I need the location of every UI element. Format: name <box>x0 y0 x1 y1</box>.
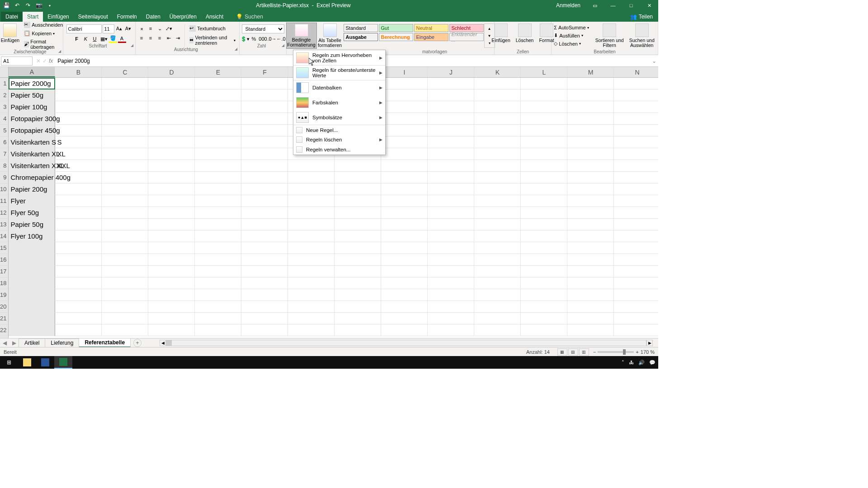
cell-H18[interactable] <box>335 277 381 289</box>
find-select-button[interactable]: Suchen und Auswählen <box>627 23 657 49</box>
cf-clear-rules[interactable]: Regeln löschen ▶ <box>293 135 385 145</box>
cell-B22[interactable] <box>55 324 102 336</box>
cell-L17[interactable] <box>521 266 567 277</box>
cell-styles-gallery[interactable]: Standard Gut Neutral Schlecht Ausgabe Be… <box>343 23 484 49</box>
cell-M12[interactable] <box>567 207 614 219</box>
cell-N5[interactable] <box>614 125 658 136</box>
cell-C10[interactable] <box>102 183 148 195</box>
cell-B1[interactable] <box>55 78 102 89</box>
cell-N2[interactable] <box>614 89 658 101</box>
view-pagelayout-button[interactable]: ▤ <box>568 348 578 356</box>
row-header-15[interactable]: 15 <box>0 242 8 254</box>
cell-F1[interactable] <box>241 78 288 89</box>
cell-C2[interactable] <box>102 89 148 101</box>
cell-D22[interactable] <box>148 324 195 336</box>
cell-L9[interactable] <box>521 172 567 183</box>
cell-K10[interactable] <box>474 183 521 195</box>
cell-D4[interactable] <box>148 113 195 125</box>
cell-I18[interactable] <box>381 277 428 289</box>
align-center-button[interactable]: ≡ <box>146 34 155 42</box>
cell-B11[interactable] <box>55 195 102 207</box>
row-header-22[interactable]: 22 <box>0 324 8 336</box>
tray-chevron-icon[interactable]: ˄ <box>622 360 624 366</box>
name-box[interactable] <box>1 56 33 66</box>
cell-E14[interactable] <box>195 230 241 242</box>
cell-B3[interactable] <box>55 101 102 113</box>
cell-F15[interactable] <box>241 242 288 254</box>
column-header-L[interactable]: L <box>521 67 567 77</box>
cell-G22[interactable] <box>288 324 335 336</box>
cell-E17[interactable] <box>195 266 241 277</box>
style-berechnung[interactable]: Berechnung <box>379 33 413 41</box>
cf-highlight-rules[interactable]: Regeln zum Hervorheben von Zellen ▶ <box>293 50 385 65</box>
cell-J10[interactable] <box>428 183 474 195</box>
cell-G11[interactable] <box>288 195 335 207</box>
cell-M13[interactable] <box>567 219 614 230</box>
cell-H21[interactable] <box>335 313 381 324</box>
sheet-nav-prev[interactable]: ◀ <box>0 340 9 346</box>
cell-L7[interactable] <box>521 148 567 160</box>
cancel-formula-icon[interactable]: ✕ <box>36 58 41 64</box>
cell-D21[interactable] <box>148 313 195 324</box>
cell-M9[interactable] <box>567 172 614 183</box>
cell-D13[interactable] <box>148 219 195 230</box>
row-header-18[interactable]: 18 <box>0 277 8 289</box>
cell-F8[interactable] <box>241 160 288 172</box>
cell-L6[interactable] <box>521 136 567 148</box>
cell-K21[interactable] <box>474 313 521 324</box>
cell-A7[interactable]: Visitenkarten XL <box>9 148 55 160</box>
cell-M18[interactable] <box>567 277 614 289</box>
cell-K19[interactable] <box>474 289 521 301</box>
cell-J13[interactable] <box>428 219 474 230</box>
cell-D2[interactable] <box>148 89 195 101</box>
decrease-decimal-button[interactable]: ←.0 <box>277 35 285 43</box>
column-header-B[interactable]: B <box>55 67 102 77</box>
cell-N14[interactable] <box>614 230 658 242</box>
accounting-format-button[interactable]: 💲▾ <box>241 35 249 43</box>
cell-L18[interactable] <box>521 277 567 289</box>
cell-J18[interactable] <box>428 277 474 289</box>
cell-C17[interactable] <box>102 266 148 277</box>
cell-J20[interactable] <box>428 301 474 313</box>
cell-I9[interactable] <box>381 172 428 183</box>
cell-E15[interactable] <box>195 242 241 254</box>
cell-K17[interactable] <box>474 266 521 277</box>
cell-F10[interactable] <box>241 183 288 195</box>
delete-cells-button[interactable]: Löschen <box>513 23 537 49</box>
cell-B10[interactable] <box>55 183 102 195</box>
cell-B15[interactable] <box>55 242 102 254</box>
cell-N18[interactable] <box>614 277 658 289</box>
cell-E18[interactable] <box>195 277 241 289</box>
cell-H14[interactable] <box>335 230 381 242</box>
cell-G17[interactable] <box>288 266 335 277</box>
cell-D3[interactable] <box>148 101 195 113</box>
tab-start[interactable]: Start <box>23 12 43 22</box>
cell-J1[interactable] <box>428 78 474 89</box>
cell-J11[interactable] <box>428 195 474 207</box>
row-header-16[interactable]: 16 <box>0 254 8 266</box>
zoom-level[interactable]: 170 % <box>641 349 655 355</box>
font-size-select[interactable] <box>103 24 114 33</box>
column-header-F[interactable]: F <box>241 67 288 77</box>
cell-F22[interactable] <box>241 324 288 336</box>
cell-G12[interactable] <box>288 207 335 219</box>
cell-E5[interactable] <box>195 125 241 136</box>
fill-button[interactable]: ⬇Ausfüllen▾ <box>552 32 590 39</box>
cell-C8[interactable] <box>102 160 148 172</box>
row-header-5[interactable]: 5 <box>0 125 8 136</box>
cell-I1[interactable] <box>381 78 428 89</box>
cell-K13[interactable] <box>474 219 521 230</box>
fx-icon[interactable]: fx <box>49 58 53 64</box>
ribbon-display-icon[interactable]: ▭ <box>586 0 604 11</box>
cell-I2[interactable] <box>381 89 428 101</box>
align-right-button[interactable]: ≡ <box>156 34 164 42</box>
cell-B9[interactable] <box>55 172 102 183</box>
row-header-7[interactable]: 7 <box>0 148 8 160</box>
cell-A22[interactable] <box>9 324 55 336</box>
cell-C16[interactable] <box>102 254 148 266</box>
cell-C4[interactable] <box>102 113 148 125</box>
row-header-10[interactable]: 10 <box>0 183 8 195</box>
cell-A15[interactable] <box>9 242 55 254</box>
tab-file[interactable]: Datei <box>1 12 23 22</box>
cell-M8[interactable] <box>567 160 614 172</box>
